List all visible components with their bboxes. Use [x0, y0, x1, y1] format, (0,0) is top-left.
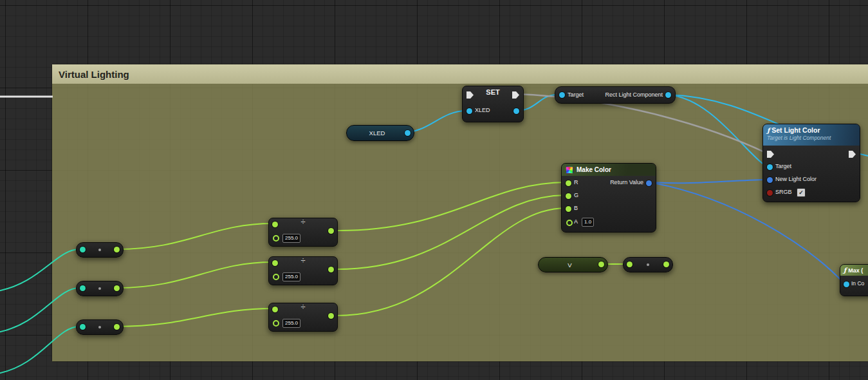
conversion-node[interactable]: [76, 319, 124, 335]
conv-dot-icon: [98, 326, 101, 328]
rect-light-component-node[interactable]: Target Rect Light Component: [555, 86, 676, 104]
divide-output-pin[interactable]: [328, 313, 334, 319]
divide-input-a-pin[interactable]: [272, 222, 278, 227]
b-label: B: [574, 205, 578, 211]
srgb-checkbox[interactable]: ✓: [797, 188, 806, 197]
function-icon: ƒ: [767, 127, 770, 134]
make-color-icon: [566, 166, 573, 174]
comment-header[interactable]: Virtual Lighting: [52, 64, 868, 84]
r-label: R: [574, 179, 578, 185]
divide-input-a-pin[interactable]: [272, 307, 278, 312]
divide-value-input[interactable]: 255.0: [282, 319, 300, 328]
conv-input-pin[interactable]: [627, 261, 633, 267]
conv-output-pin[interactable]: [114, 324, 120, 330]
set-light-color-header: ƒ Set Light Color Target is Light Compon…: [763, 124, 860, 146]
in-color-label: In Co: [851, 280, 864, 287]
a-value-input[interactable]: 1.0: [582, 218, 594, 227]
g-pin[interactable]: [566, 193, 571, 199]
divide-input-b-pin[interactable]: [273, 235, 279, 242]
xled-getter-output-pin[interactable]: [405, 130, 411, 136]
srgb-label: SRGB: [775, 189, 792, 195]
target-pin-label: Target: [775, 163, 791, 169]
conv-dot-icon: [647, 263, 649, 266]
target-input-pin[interactable]: [559, 92, 565, 98]
g-label: G: [574, 192, 578, 198]
exec-in-pin[interactable]: [767, 151, 774, 158]
rect-light-output-pin[interactable]: [665, 92, 671, 98]
divide-input-a-pin[interactable]: [272, 260, 278, 266]
conversion-node[interactable]: [623, 257, 673, 272]
in-color-pin[interactable]: [844, 281, 849, 287]
comment-body: [52, 84, 868, 361]
conv-input-pin[interactable]: [80, 324, 86, 330]
return-value-label: Return Value: [610, 179, 643, 185]
rect-light-output-label: Rect Light Component: [605, 91, 663, 98]
blueprint-graph-canvas[interactable]: Virtual Lighting SET XLED XLED: [0, 0, 868, 380]
new-light-color-label: New Light Color: [775, 176, 817, 182]
target-input-label: Target: [568, 91, 584, 98]
divide-output-pin[interactable]: [328, 228, 334, 234]
conv-input-pin[interactable]: [80, 285, 86, 291]
make-color-title: Make Color: [577, 166, 611, 173]
xled-getter-node[interactable]: XLED: [346, 125, 414, 141]
a-label: A: [574, 218, 578, 225]
conv-input-pin[interactable]: [80, 247, 86, 252]
conv-dot-icon: [98, 249, 101, 251]
max-node-header: ƒ Max (: [840, 265, 868, 276]
comment-title: Virtual Lighting: [59, 69, 129, 80]
set-light-color-title: Set Light Color: [771, 126, 820, 134]
conv-dot-icon: [98, 287, 101, 290]
divide-node[interactable]: ÷ 255.0: [268, 218, 338, 247]
srgb-pin[interactable]: [767, 190, 773, 196]
set-light-color-subtitle: Target is Light Component: [767, 135, 856, 141]
divide-node[interactable]: ÷ 255.0: [268, 303, 338, 332]
target-pin[interactable]: [767, 164, 773, 170]
r-pin[interactable]: [566, 180, 571, 186]
make-color-header: Make Color: [562, 164, 656, 176]
max-node-title: Max (: [848, 267, 863, 274]
conversion-node[interactable]: [76, 242, 124, 258]
v-getter-node[interactable]: V: [538, 257, 608, 272]
divide-value-input[interactable]: 255.0: [282, 272, 300, 281]
xled-input-label: XLED: [475, 107, 490, 113]
comment-box: Virtual Lighting: [51, 64, 868, 362]
conv-output-pin[interactable]: [114, 285, 120, 291]
divide-output-pin[interactable]: [328, 267, 334, 272]
set-light-color-node[interactable]: ƒ Set Light Color Target is Light Compon…: [762, 124, 860, 202]
set-xled-node[interactable]: SET XLED: [462, 86, 524, 122]
divide-input-b-pin[interactable]: [273, 320, 279, 327]
divide-node[interactable]: ÷ 255.0: [268, 256, 338, 285]
conv-output-pin[interactable]: [114, 247, 120, 252]
conv-output-pin[interactable]: [663, 261, 669, 267]
return-value-pin[interactable]: [646, 180, 652, 186]
v-getter-label: V: [568, 261, 571, 269]
conversion-node[interactable]: [76, 281, 124, 296]
new-light-color-pin[interactable]: [767, 177, 773, 183]
make-color-node[interactable]: Make Color R G B A 1.0 Return Value: [561, 163, 656, 233]
xled-output-pin[interactable]: [513, 108, 519, 114]
v-getter-output-pin[interactable]: [598, 261, 604, 267]
function-icon: ƒ: [844, 267, 846, 274]
a-pin[interactable]: [566, 220, 573, 226]
xled-getter-label: XLED: [369, 129, 385, 137]
b-pin[interactable]: [566, 206, 571, 212]
divide-symbol: ÷: [269, 302, 337, 312]
max-node[interactable]: ƒ Max ( In Co: [840, 264, 868, 296]
divide-symbol: ÷: [269, 256, 337, 265]
divide-input-b-pin[interactable]: [273, 274, 279, 280]
divide-symbol: ÷: [269, 217, 337, 227]
xled-input-pin[interactable]: [466, 108, 472, 114]
divide-value-input[interactable]: 255.0: [282, 234, 300, 243]
exec-out-pin[interactable]: [849, 151, 856, 158]
